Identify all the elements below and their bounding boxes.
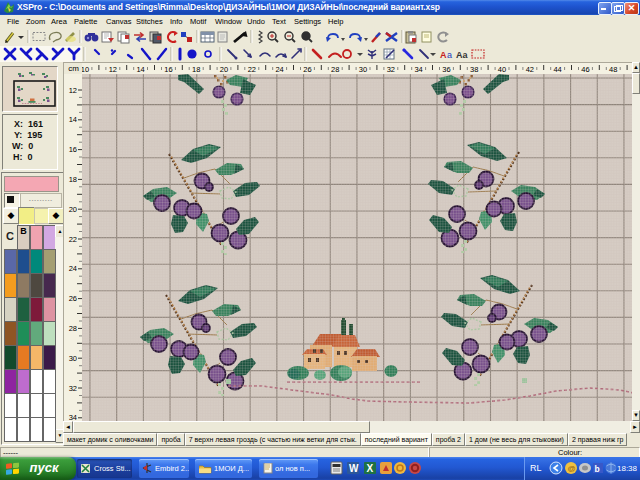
svg-text:42: 42	[526, 65, 534, 74]
svg-text:30: 30	[69, 354, 77, 363]
svg-text:16: 16	[164, 65, 172, 74]
svg-text:14: 14	[69, 115, 77, 124]
svg-text:38: 38	[470, 65, 478, 74]
svg-text:a: a	[447, 50, 452, 60]
svg-text:26: 26	[69, 294, 77, 303]
svg-text:28: 28	[331, 65, 339, 74]
svg-text:12: 12	[109, 65, 117, 74]
svg-text:24: 24	[275, 65, 283, 74]
svg-text:Aa: Aa	[456, 50, 468, 60]
svg-text:32: 32	[387, 65, 395, 74]
svg-text:32: 32	[69, 384, 77, 393]
svg-text:46: 46	[581, 65, 589, 74]
svg-text:14: 14	[136, 65, 144, 74]
svg-text:40: 40	[498, 65, 506, 74]
svg-text:20: 20	[69, 205, 77, 214]
svg-text:18: 18	[192, 65, 200, 74]
svg-text:18: 18	[69, 175, 77, 184]
svg-text:28: 28	[69, 324, 77, 333]
svg-text:22: 22	[69, 235, 77, 244]
svg-text:34: 34	[69, 413, 77, 421]
svg-text:44: 44	[553, 65, 561, 74]
svg-text:X: X	[367, 463, 374, 474]
svg-text:16: 16	[69, 145, 77, 154]
svg-text:12: 12	[69, 86, 77, 95]
svg-text:@: @	[568, 464, 576, 473]
svg-text:20: 20	[220, 65, 228, 74]
svg-text:26: 26	[303, 65, 311, 74]
svg-text:34: 34	[414, 65, 422, 74]
svg-text:48: 48	[609, 65, 617, 74]
svg-text:10: 10	[82, 65, 89, 74]
svg-text:22: 22	[248, 65, 256, 74]
svg-text:W: W	[349, 463, 359, 474]
svg-text:A: A	[440, 50, 447, 60]
svg-text:b: b	[595, 464, 600, 474]
svg-text:24: 24	[69, 264, 77, 273]
svg-text:30: 30	[359, 65, 367, 74]
svg-text:36: 36	[442, 65, 450, 74]
